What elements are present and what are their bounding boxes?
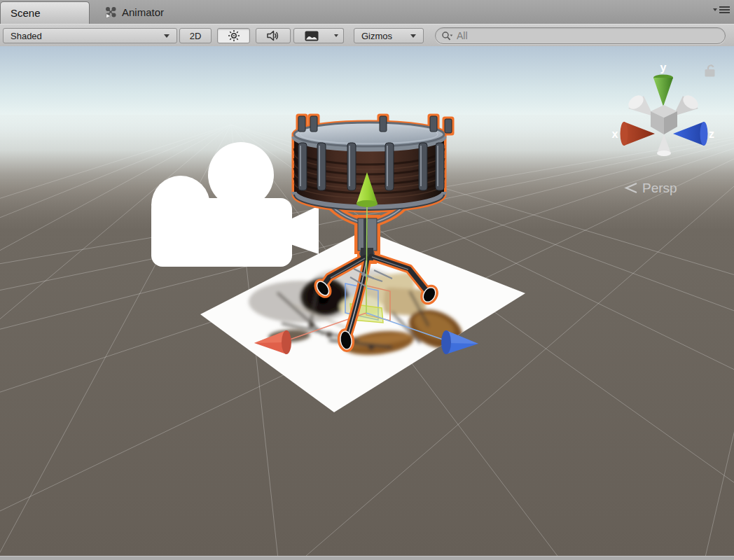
chevron-down-icon: [164, 34, 169, 38]
panel-menu-icon[interactable]: [713, 6, 730, 13]
unity-scene-panel: Scene Animator Shaded: [0, 0, 734, 560]
gizmos-dropdown[interactable]: Gizmos: [354, 28, 424, 43]
gizmos-label: Gizmos: [361, 31, 392, 41]
tab-bar: Scene Animator: [0, 0, 734, 24]
2d-toggle-button[interactable]: 2D: [179, 28, 212, 43]
audio-toggle-button[interactable]: [256, 28, 291, 43]
search-input[interactable]: [455, 29, 719, 42]
sun-icon: [228, 29, 240, 42]
window-bottom-edge: [0, 556, 734, 560]
axis-z-label: z: [709, 128, 714, 140]
tab-animator-label: Animator: [122, 6, 164, 18]
tab-scene-label: Scene: [11, 7, 41, 19]
2d-toggle-label: 2D: [190, 31, 202, 41]
search-icon: [441, 31, 452, 41]
search-box[interactable]: [435, 27, 726, 44]
image-icon: [305, 31, 319, 41]
chevron-down-icon: [334, 34, 338, 37]
scene-toolbar: Shaded 2D: [0, 24, 734, 46]
axis-x-label: x: [612, 128, 618, 140]
hamburger-icon: [719, 6, 730, 13]
lighting-toggle-button[interactable]: [217, 28, 250, 43]
scene-viewport[interactable]: y x z Persp: [0, 46, 734, 556]
speaker-icon: [266, 30, 280, 41]
panel-menu-caret-icon: [713, 8, 717, 11]
effects-dropdown-arrow[interactable]: [328, 28, 344, 43]
shading-mode-label: Shaded: [11, 31, 42, 41]
tab-animator[interactable]: Animator: [97, 0, 172, 24]
axis-y-label: y: [660, 62, 667, 74]
shading-mode-dropdown[interactable]: Shaded: [3, 28, 177, 43]
projection-label: Persp: [642, 181, 677, 195]
effects-toggle-button[interactable]: [293, 28, 329, 43]
chevron-down-icon: [410, 34, 416, 38]
animator-icon: [105, 6, 117, 18]
tab-scene[interactable]: Scene: [0, 1, 90, 24]
